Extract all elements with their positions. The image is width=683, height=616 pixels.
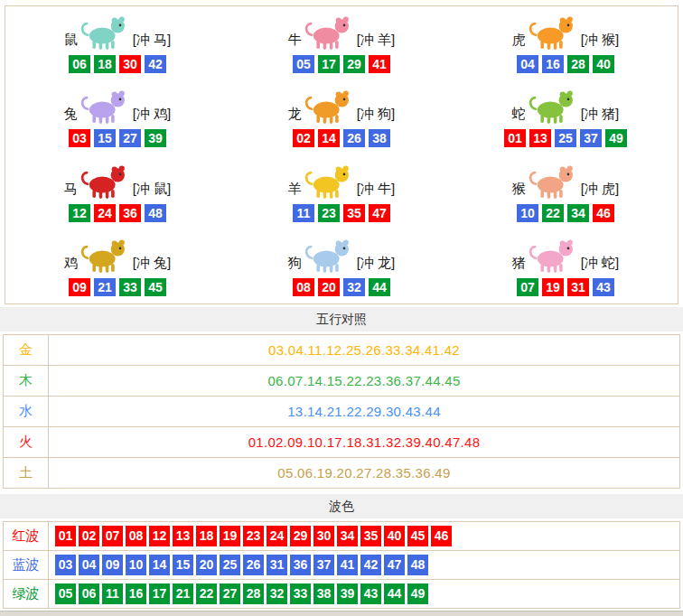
lottery-number-badge: 44 [384, 583, 405, 604]
zodiac-number-row: 11233547 [293, 204, 390, 222]
snake-icon [528, 88, 576, 126]
wuxing-row-water: 水13.14.21.22.29.30.43.44 [4, 397, 680, 427]
lottery-number-badge: 28 [243, 583, 264, 604]
rat-icon [80, 14, 128, 51]
wuxing-row-earth: 土05.06.19.20.27.28.35.36.49 [4, 458, 680, 489]
lottery-number-badge: 33 [290, 583, 311, 604]
lottery-number-badge: 32 [343, 278, 365, 296]
lottery-number-badge: 29 [290, 526, 311, 546]
wuxing-row-gold: 金03.04.11.12.25.26.33.34.41.42 [4, 335, 680, 366]
footer-strip [0, 611, 683, 616]
lottery-number-badge: 17 [149, 583, 170, 604]
zodiac-cell-goat: 羊[冲 牛]11233547 [229, 155, 454, 229]
lottery-number-badge: 06 [79, 583, 99, 604]
zodiac-clash-label: [冲 蛇] [581, 254, 620, 272]
zodiac-cell-rooster: 鸡[冲 兔]09213345 [5, 229, 229, 303]
lottery-number-badge: 35 [360, 526, 381, 546]
lottery-number-badge: 18 [196, 526, 217, 546]
lottery-number-badge: 10 [517, 204, 538, 222]
zodiac-clash-label: [冲 马] [133, 31, 172, 49]
wave-numbers-cell: 03040910141520252631363741424748 [49, 551, 680, 580]
zodiac-name-label: 猴 [512, 180, 526, 198]
lottery-number-badge: 23 [243, 526, 264, 546]
zodiac-title-row: 猪[冲 蛇] [512, 237, 620, 275]
zodiac-clash-label: [冲 兔] [133, 254, 172, 272]
zodiac-number-row: 10223446 [517, 204, 614, 222]
lottery-number-badge: 44 [369, 278, 390, 296]
rabbit-icon [80, 88, 128, 126]
lottery-number-badge: 46 [431, 526, 452, 546]
lottery-number-badge: 32 [267, 583, 287, 604]
zodiac-title-row: 蛇[冲 猪] [512, 88, 620, 126]
zodiac-name-label: 猪 [512, 254, 526, 272]
lottery-number-badge: 35 [343, 204, 365, 222]
lottery-number-badge: 49 [605, 129, 627, 147]
zodiac-number-row: 03152739 [69, 129, 166, 147]
wuxing-row-fire: 火01.02.09.10.17.18.31.32.39.40.47.48 [4, 427, 680, 458]
lottery-number-badge: 48 [145, 204, 166, 222]
lottery-number-badge: 14 [318, 129, 340, 147]
zodiac-clash-label: [冲 龙] [357, 254, 396, 272]
zodiac-cell-snake: 蛇[冲 猪]0113253749 [454, 80, 678, 154]
wuxing-row-wood: 木06.07.14.15.22.23.36.37.44.45 [4, 366, 680, 397]
lottery-number-badge: 38 [369, 129, 390, 147]
lottery-number-badge: 12 [149, 526, 170, 546]
wave-numbers-cell: 0102070812131819232429303435404546 [49, 522, 680, 551]
lottery-number-badge: 46 [593, 204, 614, 222]
lottery-number-badge: 07 [517, 278, 538, 296]
zodiac-title-row: 马[冲 鼠] [64, 163, 172, 201]
lottery-number-badge: 40 [593, 55, 614, 73]
lottery-number-badge: 03 [55, 555, 76, 575]
zodiac-title-row: 羊[冲 牛] [288, 163, 396, 201]
lottery-number-badge: 07 [102, 526, 123, 546]
lottery-number-badge: 39 [337, 583, 358, 604]
lottery-number-badge: 21 [173, 583, 193, 604]
zodiac-name-label: 鸡 [64, 254, 78, 272]
goat-icon [304, 163, 352, 201]
lottery-number-badge: 41 [369, 55, 390, 73]
wave-number-row: 03040910141520252631363741424748 [55, 555, 679, 575]
lottery-number-badge: 16 [542, 55, 564, 73]
lottery-number-badge: 34 [567, 204, 589, 222]
lottery-number-badge: 15 [94, 129, 116, 147]
wave-label: 绿波 [4, 580, 49, 609]
lottery-number-badge: 25 [220, 555, 240, 575]
lottery-number-badge: 27 [119, 129, 141, 147]
lottery-number-badge: 03 [69, 129, 90, 147]
zodiac-number-row: 09213345 [69, 278, 166, 296]
zodiac-clash-label: [冲 狗] [357, 105, 396, 123]
zodiac-clash-label: [冲 鸡] [133, 105, 172, 123]
lottery-number-badge: 47 [384, 555, 405, 575]
lottery-number-badge: 36 [119, 204, 141, 222]
lottery-number-badge: 42 [145, 55, 166, 73]
lottery-number-badge: 47 [369, 204, 390, 222]
lottery-number-badge: 43 [593, 278, 614, 296]
lottery-number-badge: 31 [267, 555, 287, 575]
lottery-number-badge: 22 [542, 204, 564, 222]
wave-label: 蓝波 [4, 551, 49, 580]
zodiac-number-row: 02142638 [293, 129, 390, 147]
dragon-icon [304, 88, 352, 126]
horse-icon [80, 163, 128, 201]
wuxing-section-header: 五行对照 [0, 307, 683, 331]
lottery-number-badge: 43 [360, 583, 381, 604]
lottery-number-badge: 45 [407, 526, 428, 546]
zodiac-grid: 鼠[冲 马]06183042牛[冲 羊]05172941虎[冲 猴]041628… [5, 5, 678, 304]
zodiac-name-label: 牛 [288, 31, 302, 49]
zodiac-title-row: 兔[冲 鸡] [64, 88, 172, 126]
lottery-number-badge: 20 [196, 555, 217, 575]
element-numbers: 06.07.14.15.22.23.36.37.44.45 [49, 366, 680, 397]
lottery-number-badge: 30 [119, 55, 141, 73]
zodiac-cell-pig: 猪[冲 蛇]07193143 [454, 229, 678, 303]
lottery-number-badge: 24 [94, 204, 116, 222]
element-label: 木 [4, 366, 49, 397]
zodiac-cell-monkey: 猴[冲 虎]10223446 [454, 155, 678, 229]
lottery-number-badge: 08 [293, 278, 314, 296]
lottery-number-badge: 25 [555, 129, 576, 147]
lottery-number-badge: 19 [542, 278, 564, 296]
lottery-number-badge: 06 [69, 55, 90, 73]
lottery-number-badge: 15 [173, 555, 193, 575]
lottery-number-badge: 42 [360, 555, 381, 575]
zodiac-number-row: 07193143 [517, 278, 614, 296]
bose-section-header: 波色 [0, 494, 683, 518]
